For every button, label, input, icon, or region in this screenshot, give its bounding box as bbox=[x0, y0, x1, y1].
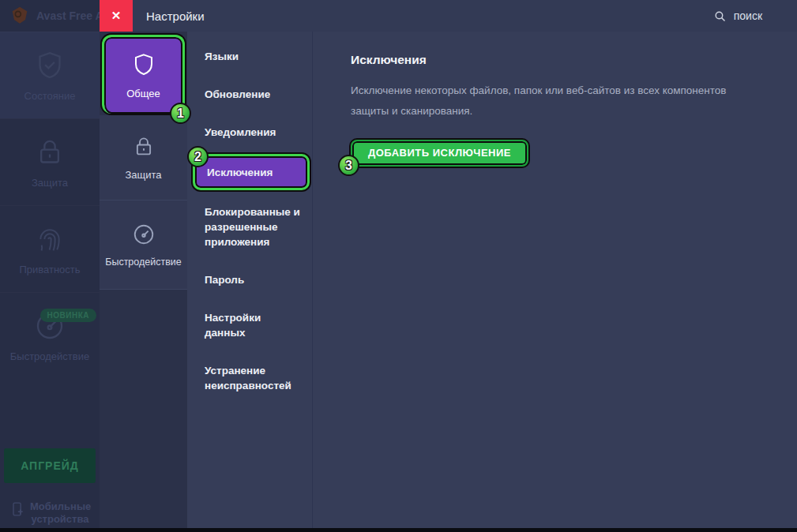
upgrade-button[interactable]: АПГРЕЙД bbox=[4, 448, 96, 483]
page-title: Настройки bbox=[133, 0, 205, 32]
submenu-item-update[interactable]: Обновление bbox=[187, 87, 312, 102]
settings-submenu: Языки Обновление Уведомления Исключения … bbox=[187, 32, 312, 532]
add-exception-button-wrap: ДОБАВИТЬ ИСКЛЮЧЕНИЕ 3 bbox=[351, 140, 528, 167]
sidebar-item-label: Мобильные устройства bbox=[30, 500, 90, 526]
lock-icon bbox=[132, 135, 156, 159]
settings-topbar: ✕ Настройки поиск bbox=[100, 0, 797, 32]
sidebar-item-privacy[interactable]: Приватность bbox=[0, 205, 100, 292]
fingerprint-icon bbox=[34, 223, 66, 255]
novinka-badge: НОВИНКА bbox=[40, 309, 96, 322]
category-label: Общее bbox=[126, 88, 160, 99]
main-sidebar: Avast Free A Состояние Защита bbox=[0, 0, 100, 532]
submenu-item-notifications[interactable]: Уведомления bbox=[187, 125, 312, 140]
add-exception-button[interactable]: ДОБАВИТЬ ИСКЛЮЧЕНИЕ bbox=[351, 140, 528, 167]
annotation-badge-3: 3 bbox=[338, 155, 359, 176]
submenu-item-label: Исключения bbox=[207, 167, 273, 178]
avast-settings-window: Avast Free A Состояние Защита bbox=[0, 0, 797, 532]
phone-plus-icon bbox=[9, 501, 25, 517]
sidebar-item-mobile-devices[interactable]: Мобильные устройства bbox=[0, 500, 100, 526]
close-button[interactable]: ✕ bbox=[100, 0, 133, 32]
category-tab-general[interactable]: Общее 1 bbox=[102, 35, 185, 114]
submenu-item-troubleshooting[interactable]: Устранение неисправностей bbox=[187, 363, 312, 393]
sidebar-item-performance[interactable]: НОВИНКА Быстродействие bbox=[0, 292, 100, 379]
close-icon: ✕ bbox=[111, 9, 122, 23]
lock-icon bbox=[34, 137, 66, 168]
shield-check-icon bbox=[34, 50, 66, 81]
category-tab-protection[interactable]: Защита bbox=[100, 115, 187, 200]
section-heading: Исключения bbox=[351, 53, 765, 67]
sidebar-item-label: Быстродействие bbox=[10, 350, 89, 362]
category-label: Защита bbox=[125, 169, 161, 181]
category-tab-performance[interactable]: Быстродействие bbox=[100, 200, 187, 290]
topbar-spacer bbox=[205, 0, 713, 32]
sidebar-item-protection[interactable]: Защита bbox=[0, 118, 100, 205]
sidebar-item-label: Состояние bbox=[24, 90, 76, 102]
speedometer-icon bbox=[132, 223, 156, 246]
search-icon bbox=[713, 9, 727, 23]
settings-body: Общее 1 Защита bbox=[100, 32, 797, 532]
shield-icon bbox=[131, 52, 156, 77]
annotation-badge-2: 2 bbox=[187, 146, 209, 167]
sidebar-item-label: Защита bbox=[32, 177, 68, 189]
avast-logo-icon bbox=[9, 6, 30, 26]
app-logo: Avast Free A bbox=[0, 0, 100, 32]
window-bottom-edge bbox=[0, 528, 797, 532]
app-title: Avast Free A bbox=[36, 9, 100, 22]
submenu-item-exceptions[interactable]: Исключения 2 bbox=[193, 154, 310, 190]
submenu-item-languages[interactable]: Языки bbox=[187, 49, 312, 64]
exceptions-content: Исключения Исключение некоторых файлов, … bbox=[312, 32, 797, 532]
section-description: Исключение некоторых файлов, папок или в… bbox=[351, 81, 758, 122]
annotation-badge-1: 1 bbox=[170, 103, 191, 124]
submenu-item-data-settings[interactable]: Настройки данных bbox=[187, 310, 312, 340]
sidebar-item-label: Приватность bbox=[19, 264, 80, 275]
sidebar-item-status[interactable]: Состояние bbox=[0, 32, 100, 118]
submenu-item-blocked-allowed-apps[interactable]: Блокированные и разрешенные приложения bbox=[187, 204, 312, 249]
settings-panel: ✕ Настройки поиск Общее 1 bbox=[100, 0, 797, 532]
search-control[interactable]: поиск bbox=[713, 0, 797, 32]
category-label: Быстродействие bbox=[105, 257, 182, 268]
search-label: поиск bbox=[734, 9, 762, 22]
submenu-item-password[interactable]: Пароль bbox=[187, 272, 312, 287]
settings-categories: Общее 1 Защита bbox=[100, 32, 187, 532]
